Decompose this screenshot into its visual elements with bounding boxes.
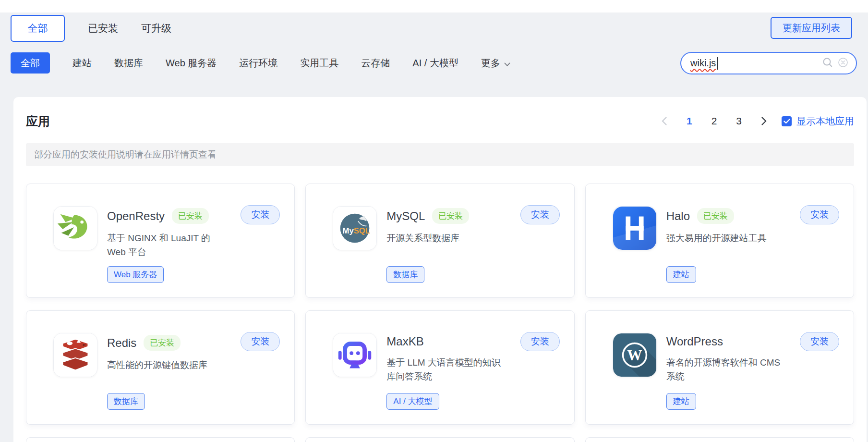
app-name: WordPress <box>666 335 723 348</box>
app-name: Redis <box>107 336 136 350</box>
search-icon[interactable] <box>822 57 833 70</box>
category-runtime[interactable]: 运行环境 <box>239 57 277 70</box>
app-description: 著名的开源博客软件和 CMS 系统 <box>666 356 782 384</box>
app-card[interactable]: MaxKB 基于 LLM 大语言模型的知识库问答系统 安装 AI / 大模型 <box>305 310 574 425</box>
install-button[interactable]: 安装 <box>800 332 839 351</box>
category-tools[interactable]: 实用工具 <box>300 57 338 70</box>
pagination: 1 2 3 <box>661 115 767 127</box>
category-web-server[interactable]: Web 服务器 <box>166 57 217 70</box>
category-bar: 全部 建站 数据库 Web 服务器 运行环境 实用工具 云存储 AI / 大模型… <box>0 52 868 74</box>
page-number-1[interactable]: 1 <box>687 115 692 127</box>
clear-search-icon[interactable] <box>838 57 848 70</box>
installed-badge: 已安装 <box>144 335 181 351</box>
category-database[interactable]: 数据库 <box>114 57 143 70</box>
install-button[interactable]: 安装 <box>241 205 280 224</box>
openresty-icon <box>53 206 97 250</box>
redis-icon <box>53 333 97 377</box>
search-box-icons <box>822 57 848 70</box>
category-all[interactable]: 全部 <box>11 52 50 74</box>
page-number-3[interactable]: 3 <box>736 115 742 127</box>
text-cursor <box>717 57 718 70</box>
app-category-tag[interactable]: 建站 <box>666 393 696 410</box>
page-title: 应用 <box>26 113 50 129</box>
install-notice-banner: 部分应用的安装使用说明请在应用详情页查看 <box>26 143 854 166</box>
app-name: MaxKB <box>386 335 423 348</box>
app-category-tag[interactable]: Web 服务器 <box>107 266 164 283</box>
app-card-partial <box>305 437 574 442</box>
app-category-tag[interactable]: 数据库 <box>386 266 424 283</box>
app-description: 基于 NGINX 和 LuaJIT 的 Web 平台 <box>107 231 222 259</box>
app-search-input[interactable]: wiki.js <box>680 52 857 74</box>
app-card-partial <box>26 437 295 442</box>
tab-upgradable[interactable]: 可升级 <box>141 22 171 35</box>
installed-badge: 已安装 <box>172 208 209 224</box>
app-card-partial <box>585 437 854 442</box>
category-website[interactable]: 建站 <box>72 57 92 70</box>
installed-badge: 已安装 <box>432 208 469 224</box>
mysql-icon: MySQL <box>333 206 377 250</box>
install-button[interactable]: 安装 <box>520 332 560 351</box>
category-more-label: 更多 <box>481 57 500 70</box>
maxkb-icon <box>333 333 377 377</box>
app-card[interactable]: W WordPress 著名的开源博客软件和 CMS 系统 安装 建站 <box>585 310 854 425</box>
app-store-panel: 应用 1 2 3 显示本地应用 部分应用的安装使用说明请在应用详情页查看 <box>13 97 867 442</box>
show-local-apps-toggle[interactable]: 显示本地应用 <box>782 115 854 128</box>
app-description: 强大易用的开源建站工具 <box>666 231 767 245</box>
app-category-tag[interactable]: 建站 <box>666 266 696 283</box>
installed-badge: 已安装 <box>697 208 734 224</box>
svg-text:MySQL: MySQL <box>343 226 370 235</box>
app-grid: OpenResty 已安装 基于 NGINX 和 LuaJIT 的 Web 平台… <box>26 184 854 442</box>
update-app-list-button[interactable]: 更新应用列表 <box>771 17 852 39</box>
app-description: 开源关系型数据库 <box>386 231 469 245</box>
app-card[interactable]: MySQL MySQL 已安装 开源关系型数据库 安装 数据库 <box>305 184 574 298</box>
tab-installed[interactable]: 已安装 <box>88 22 118 35</box>
install-button[interactable]: 安装 <box>520 205 560 224</box>
prev-page-icon[interactable] <box>661 116 667 126</box>
view-tabs-row: 全部 已安装 可升级 更新应用列表 <box>0 12 868 44</box>
search-input-value: wiki.js <box>690 58 716 69</box>
category-cloud-storage[interactable]: 云存储 <box>361 57 390 70</box>
show-local-apps-label: 显示本地应用 <box>796 115 854 128</box>
app-description: 高性能的开源键值数据库 <box>107 358 207 372</box>
app-card[interactable]: OpenResty 已安装 基于 NGINX 和 LuaJIT 的 Web 平台… <box>26 184 295 298</box>
tab-all[interactable]: 全部 <box>11 15 65 42</box>
chevron-down-icon <box>504 58 510 69</box>
checkbox-checked-icon[interactable] <box>782 116 792 126</box>
category-more-dropdown[interactable]: 更多 <box>481 57 510 70</box>
page-number-2[interactable]: 2 <box>711 115 717 127</box>
install-button[interactable]: 安装 <box>800 205 839 224</box>
app-name: MySQL <box>386 209 425 223</box>
app-name: OpenResty <box>107 209 165 223</box>
app-card[interactable]: Redis 已安装 高性能的开源键值数据库 安装 数据库 <box>26 310 295 425</box>
install-button[interactable]: 安装 <box>241 332 280 351</box>
wordpress-icon: W <box>613 333 657 377</box>
next-page-icon[interactable] <box>761 116 767 126</box>
app-category-tag[interactable]: 数据库 <box>107 393 145 410</box>
app-card[interactable]: Halo 已安装 强大易用的开源建站工具 安装 建站 <box>585 184 854 298</box>
top-white-strip <box>0 0 868 12</box>
app-description: 基于 LLM 大语言模型的知识库问答系统 <box>386 356 502 384</box>
svg-text:W: W <box>627 347 642 364</box>
app-category-tag[interactable]: AI / 大模型 <box>386 393 439 410</box>
halo-icon <box>613 206 657 250</box>
app-name: Halo <box>666 209 690 223</box>
category-ai-llm[interactable]: AI / 大模型 <box>412 57 458 70</box>
panel-header: 应用 1 2 3 显示本地应用 <box>26 111 854 131</box>
